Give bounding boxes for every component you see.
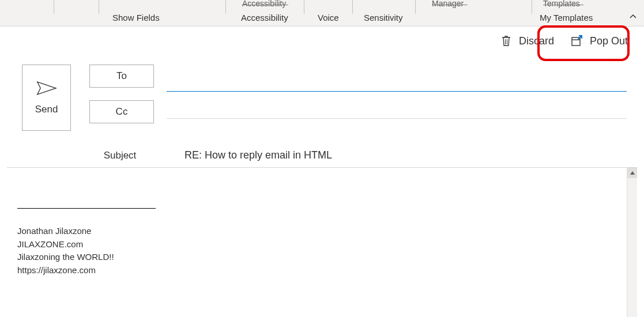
ribbon-group-my-templates[interactable]: My Templates (540, 13, 593, 22)
compose-header: Send To Cc Subject RE: How to reply emai… (0, 55, 644, 161)
ribbon-group-voice[interactable]: Voice (318, 13, 339, 22)
ribbon-divider (532, 0, 532, 14)
to-button[interactable]: To (89, 65, 154, 88)
collapse-ribbon-chevron-icon[interactable] (629, 13, 637, 21)
message-body[interactable]: Jonathan Jilaxzone JILAXZONE.com Jilaxzo… (7, 168, 627, 317)
ribbon-group-accessibility[interactable]: Accessibility (241, 13, 288, 22)
to-label: To (116, 70, 127, 82)
cc-label: Cc (116, 106, 128, 118)
ribbon-group-show-fields[interactable]: Show Fields (112, 13, 160, 22)
subject-input[interactable]: RE: How to reply email in HTML (184, 149, 332, 161)
ribbon: Show Fields Accessibility Accessibility … (0, 0, 644, 27)
ribbon-group-sensitivity[interactable]: Sensitivity (364, 13, 403, 22)
send-button[interactable]: Send (22, 65, 71, 131)
signature-link[interactable]: https://jilaxzone.com (17, 264, 616, 277)
signature-line: JILAXZONE.com (17, 238, 616, 251)
signature-rule (17, 208, 156, 209)
subject-label: Subject (62, 150, 178, 161)
scroll-up-icon[interactable] (627, 168, 637, 178)
ribbon-manager-stack: Manager (432, 0, 464, 8)
signature-line: Jonathan Jilaxzone (17, 225, 616, 238)
ribbon-templates-stack: Templates (543, 0, 580, 8)
ribbon-divider (304, 0, 304, 14)
discard-label: Discard (519, 35, 554, 47)
ribbon-divider (99, 0, 99, 14)
pop-out-label: Pop Out (590, 35, 628, 47)
message-body-container: Jonathan Jilaxzone JILAXZONE.com Jilaxzo… (7, 167, 637, 317)
ribbon-strike (242, 5, 288, 5)
pop-out-button[interactable]: Pop Out (570, 35, 628, 47)
ribbon-divider (352, 0, 353, 14)
ribbon-divider (415, 0, 416, 14)
send-icon (36, 81, 57, 96)
discard-button[interactable]: Discard (500, 35, 554, 47)
vertical-scrollbar[interactable] (627, 168, 637, 317)
to-input[interactable] (167, 71, 627, 88)
signature-line: Jilaxzoning the WORLD!! (17, 251, 616, 264)
send-label: Send (35, 104, 58, 115)
svg-marker-6 (630, 171, 635, 175)
ribbon-divider (54, 0, 54, 14)
ribbon-accessibility-stack: Accessibility (242, 0, 286, 8)
pop-out-icon (570, 35, 583, 47)
ribbon-strike (432, 5, 468, 5)
compose-action-bar: Discard Pop Out (0, 27, 644, 55)
ribbon-strike (543, 5, 583, 5)
trash-icon (500, 35, 512, 47)
ribbon-divider (225, 0, 226, 14)
svg-marker-5 (37, 82, 55, 95)
cc-button[interactable]: Cc (89, 100, 154, 123)
cc-underline (167, 118, 627, 119)
